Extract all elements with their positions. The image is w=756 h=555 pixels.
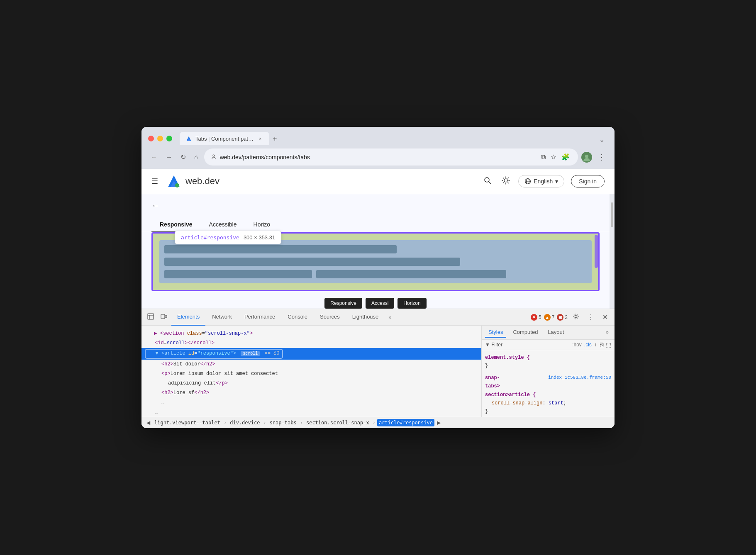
devtools-tab-sources[interactable]: Sources	[314, 309, 346, 326]
extension-button[interactable]: 🧩	[560, 151, 571, 163]
breadcrumb-item-article[interactable]: article#responsive	[377, 419, 434, 426]
styles-filter-input[interactable]	[505, 342, 570, 348]
dom-line-p[interactable]: <p>Lorem ipsum dolor sit amet consectet	[141, 369, 481, 379]
tab-responsive[interactable]: Responsive	[151, 217, 201, 232]
site-logo-text: web.dev	[185, 176, 219, 187]
devtools-more-tabs[interactable]: »	[385, 312, 395, 322]
dom-line-h2-2[interactable]: <h2>Lore sf</h2>	[141, 388, 481, 398]
svg-rect-24	[161, 314, 165, 319]
language-selector[interactable]: English ▾	[518, 175, 564, 187]
preview-bar-4	[316, 270, 506, 278]
page-scrollbar[interactable]	[610, 194, 615, 309]
open-external-button[interactable]: ⧉	[539, 152, 547, 163]
dom-line-more[interactable]: …	[141, 408, 481, 417]
minimize-window-button[interactable]	[157, 136, 163, 141]
devtools-tab-network[interactable]: Network	[206, 309, 238, 326]
back-button[interactable]: ←	[148, 152, 160, 163]
style-source-link[interactable]: index_1c583…8e.frame:50	[548, 374, 611, 382]
url-bar[interactable]: web.dev/patterns/components/tabs ⧉ ☆ 🧩	[204, 148, 578, 166]
dom-line-h2[interactable]: <h2>Sit dolor</h2>	[141, 360, 481, 369]
toggle-panel-icon[interactable]: ⬚	[606, 341, 611, 348]
copy-styles-icon[interactable]: ⎘	[600, 341, 603, 348]
sign-in-button[interactable]: Sign in	[571, 175, 605, 187]
devtools-tab-performance[interactable]: Performance	[239, 309, 281, 326]
breadcrumb-item-device[interactable]: div.device	[228, 419, 261, 426]
devtools-close-button[interactable]: ✕	[599, 312, 611, 323]
breadcrumb-prev-button[interactable]: ◀	[145, 419, 152, 426]
add-style-button[interactable]: +	[594, 341, 597, 348]
tooltip-element-tag: article#responsive	[181, 234, 239, 241]
styles-more-tabs[interactable]: »	[603, 329, 611, 336]
styles-tab-layout[interactable]: Layout	[544, 327, 567, 338]
preview-tab-2[interactable]: Accessi	[366, 298, 394, 309]
browser-tabs: Tabs | Component patterns × + ⌄	[180, 132, 608, 145]
dom-line-article-selected[interactable]: ▼ <article id="responsive"> scroll == $0	[141, 348, 481, 359]
preview-tab-3[interactable]: Horizon	[398, 298, 426, 309]
close-window-button[interactable]	[148, 136, 154, 141]
title-bar: Tabs | Component patterns × + ⌄	[141, 127, 615, 145]
svg-rect-25	[165, 315, 167, 318]
svg-line-17	[503, 183, 504, 183]
styles-tab-styles[interactable]: Styles	[485, 327, 506, 338]
devtools-menu-button[interactable]: ⋮	[584, 312, 597, 323]
search-button[interactable]	[482, 175, 493, 188]
preview-tab-1[interactable]: Responsive	[324, 298, 362, 309]
preview-bar-1	[164, 245, 397, 253]
cls-button[interactable]: .cls	[584, 342, 592, 348]
error-badge: ✕ 5	[531, 314, 541, 321]
active-tab[interactable]: Tabs | Component patterns ×	[180, 132, 269, 145]
styles-content: element.style { } index_1c583…8e.frame:5…	[482, 350, 615, 417]
theme-toggle-button[interactable]	[500, 175, 512, 188]
breadcrumb-item-snap-tabs[interactable]: snap-tabs	[268, 419, 298, 426]
source-file-link[interactable]: index_1c583…8e.frame:50	[548, 375, 611, 380]
dom-line-scroll[interactable]: <id=scroll></scroll>	[141, 338, 481, 348]
dom-line-ellipsis[interactable]: …	[141, 398, 481, 407]
breadcrumb-next-button[interactable]: ▶	[435, 419, 442, 426]
svg-line-8	[489, 182, 491, 184]
inspector-tool-button[interactable]	[145, 312, 156, 323]
error-icon: ✕	[531, 314, 537, 321]
preview-bar-2	[164, 258, 460, 266]
chrome-menu-button[interactable]: ⋮	[595, 151, 608, 163]
url-actions: ⧉ ☆ 🧩	[539, 151, 571, 163]
tab-title: Tabs | Component patterns	[195, 136, 254, 142]
pseudo-state-button[interactable]: :hov	[572, 342, 582, 348]
profile-avatar[interactable]	[581, 152, 592, 163]
tab-accessible[interactable]: Accessible	[201, 217, 245, 232]
styles-tab-computed[interactable]: Computed	[510, 327, 541, 338]
style-selector-element: element.style {	[485, 355, 530, 360]
home-button[interactable]: ⌂	[192, 152, 201, 163]
preview-bars-row	[164, 270, 587, 278]
tab-close-button[interactable]: ×	[257, 135, 263, 142]
forward-button[interactable]: →	[163, 152, 175, 163]
devtools-tab-elements[interactable]: Elements	[171, 309, 205, 326]
svg-line-16	[508, 178, 509, 178]
dom-line-section[interactable]: ▶ <section class="scroll-snap-x">	[141, 329, 481, 338]
devtools-settings-button[interactable]	[569, 312, 583, 323]
warning-badge: ▲ 7	[544, 314, 555, 321]
svg-point-9	[504, 179, 507, 182]
devtools-tab-console[interactable]: Console	[282, 309, 313, 326]
devtools-panel: Elements Network Performance Console Sou…	[141, 309, 615, 428]
hamburger-menu-button[interactable]: ☰	[151, 177, 158, 186]
devtools-tab-lighthouse[interactable]: Lighthouse	[346, 309, 385, 326]
svg-rect-21	[148, 314, 154, 319]
breadcrumb-item-scroll-snap[interactable]: section.scroll-snap-x	[305, 419, 371, 426]
site-logo[interactable]: web.dev	[166, 174, 219, 189]
devtools-badges: ✕ 5 ▲ 7 ▣ 2	[531, 314, 568, 321]
tab-list-button[interactable]: ⌄	[596, 134, 608, 145]
maximize-window-button[interactable]	[166, 136, 172, 141]
style-rule-snap: index_1c583…8e.frame:50 snap- tabs> sect…	[485, 374, 611, 416]
tab-horizontal[interactable]: Horizo	[245, 217, 278, 232]
back-to-list-button[interactable]: ←	[141, 194, 170, 217]
web-content: ☰ web.dev	[141, 169, 615, 309]
device-toolbar-button[interactable]	[158, 312, 170, 323]
new-tab-button[interactable]: +	[269, 133, 280, 145]
warning-icon: ▲	[544, 314, 551, 321]
preview-bottom-tabs: Responsive Accessi Horizon	[141, 298, 610, 309]
reload-button[interactable]: ↻	[178, 151, 188, 163]
breadcrumb-item-viewport[interactable]: light.viewport--tablet	[153, 419, 222, 426]
bookmark-button[interactable]: ☆	[549, 151, 558, 163]
svg-point-26	[575, 315, 577, 317]
info-icon: ▣	[557, 314, 563, 321]
